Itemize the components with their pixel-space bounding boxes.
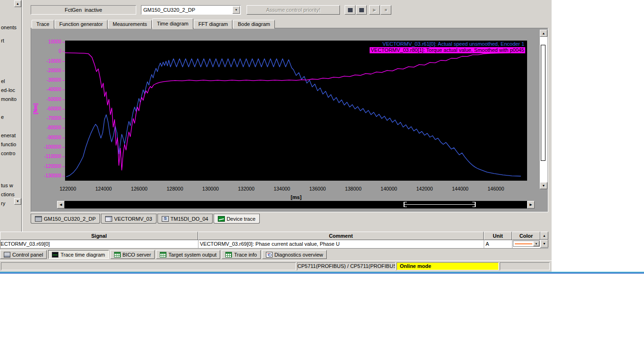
y-axis-tick-mark — [63, 71, 65, 71]
arrow-left-icon: ◀ — [59, 203, 62, 206]
arrow-up-icon: ▲ — [16, 2, 19, 5]
online-mode-badge: Online mode — [396, 262, 499, 270]
x-axis-tick-label: 140000 — [375, 186, 403, 192]
y-axis-tick-label: 0 — [31, 49, 61, 54]
table-scroll-up-button[interactable]: ▲ — [540, 232, 548, 240]
y-axis-tick-mark — [63, 90, 65, 90]
trace-time-range-indicator[interactable] — [404, 202, 476, 207]
status-empty-cell-2 — [500, 262, 550, 270]
hscroll-right-button[interactable]: ▶ — [527, 201, 535, 208]
bottom-tab-trace-time-diagram[interactable]: Trace time diagram — [48, 250, 108, 259]
trace-start-button[interactable]: ▶ — [369, 5, 380, 15]
device-tab-label: Device trace — [227, 216, 256, 222]
series-line-1 — [66, 59, 521, 177]
trace-stop-button[interactable]: ■ — [380, 5, 391, 15]
table-scroll-buttons: ▲ ▼ — [540, 232, 548, 248]
tab-fft-diagram[interactable]: FFT diagram — [194, 20, 233, 29]
bottom-tab-bico-server[interactable]: BICO server — [110, 250, 155, 259]
tab-measurements[interactable]: Measurements — [108, 20, 152, 29]
signal-unit-cell[interactable]: A — [484, 240, 512, 248]
y-axis-tick-label: -40000 — [31, 87, 61, 92]
signal-color-swatch — [515, 243, 532, 244]
icon-drive-unit — [35, 216, 42, 222]
left-tree-fragment: functio — [1, 142, 16, 147]
starter-trace-window: ▲ ▼ onentsrteled-locmonitoeeneratfunctio… — [0, 0, 552, 272]
trace-display-button[interactable] — [356, 5, 367, 15]
y-axis-tick-mark — [63, 157, 65, 157]
bottom-tab-strip: Control panelTrace time diagramBICO serv… — [0, 250, 328, 259]
x-axis-tick-label: 124000 — [90, 186, 118, 192]
x-axis-tick-label: 122000 — [54, 186, 82, 192]
table-row[interactable]: VECTORMV_03.r69[0] VECTORMV_03.r69[0]: P… — [0, 240, 548, 249]
y-axis-tick-label: -110000 — [31, 154, 61, 159]
icon-drive-object — [105, 216, 112, 222]
column-header-signal[interactable]: Signal — [0, 232, 198, 240]
icon-control-panel — [4, 252, 10, 258]
bottom-tab-label: Control panel — [12, 252, 43, 258]
legend-entry[interactable]: VECTORMV_03.r61[0]: Actual speed unsmoot… — [370, 41, 525, 47]
arrow-right-icon: ▶ — [529, 203, 532, 206]
icon-grid-green — [160, 252, 166, 258]
tab-time-diagram[interactable]: Time diagram — [152, 18, 193, 29]
device-tab-label: VECTORMV_03 — [114, 216, 152, 222]
y-axis-tick-mark — [63, 167, 65, 167]
assume-control-priority-button[interactable]: Assume control priority! — [247, 5, 340, 15]
device-tab-gm150-cu320-2-dp[interactable]: GM150_CU320_2_DP — [31, 214, 100, 224]
color-dropdown-button[interactable]: ▼ — [533, 241, 539, 246]
left-tree-fragment: monito — [1, 96, 17, 102]
vscroll-track[interactable]: ▲ ▼ — [540, 30, 547, 189]
vscroll-thumb[interactable] — [541, 45, 545, 161]
signal-color-cell[interactable]: ▼ — [512, 240, 541, 248]
device-tab-tm15di-do-04[interactable]: TM15DI_DO_04 — [157, 214, 213, 224]
left-tree-fragment: onents — [1, 25, 17, 30]
bottom-tab-label: Trace time diagram — [60, 252, 105, 258]
combobox-dropdown-button[interactable]: ▼ — [232, 6, 240, 14]
vscroll-down-button[interactable]: ▼ — [540, 182, 547, 189]
table-scroll-down-button[interactable]: ▼ — [540, 240, 548, 248]
tab-trace[interactable]: Trace — [32, 20, 54, 29]
device-tab-vectormv-03[interactable]: VECTORMV_03 — [101, 214, 157, 224]
bottom-tab-trace-info[interactable]: Trace info — [222, 250, 261, 259]
signal-name-cell[interactable]: VECTORMV_03.r69[0] — [0, 240, 198, 248]
y-axis-tick-mark — [63, 118, 65, 119]
bottom-tab-target-system-output[interactable]: Target system output — [156, 250, 220, 259]
signal-comment-cell[interactable]: VECTORMV_03.r69[0]: Phase current actual… — [198, 240, 484, 248]
y-axis-tick-label: -130000 — [31, 173, 61, 179]
x-axis-tick-label: 130000 — [197, 186, 225, 192]
icon-scope — [52, 252, 58, 258]
device-tab-device-trace[interactable]: Device trace — [214, 214, 260, 224]
hscroll-track[interactable] — [65, 201, 527, 208]
arrow-down-icon: ▼ — [543, 242, 546, 245]
panel-splitter[interactable] — [21, 0, 23, 232]
y-axis-tick-mark — [63, 128, 65, 128]
plot-legend: VECTORMV_03.r61[0]: Actual speed unsmoot… — [370, 41, 525, 53]
legend-entry[interactable]: VECTORMV_03.r80[1]: Torque actual value,… — [370, 47, 525, 53]
column-header-comment[interactable]: Comment — [198, 232, 484, 240]
arrow-up-icon: ▲ — [543, 234, 546, 237]
column-header-color[interactable]: Color — [512, 232, 540, 240]
color-combobox[interactable]: ▼ — [513, 241, 540, 247]
device-combobox[interactable]: GM150_CU320_2_DP ▼ — [141, 5, 241, 15]
bottom-tab-control-panel[interactable]: Control panel — [0, 250, 47, 259]
column-header-unit[interactable]: Unit — [484, 232, 512, 240]
y-axis-tick-mark — [63, 100, 65, 100]
left-tree-fragment: contro — [1, 150, 16, 156]
y-axis-tick-label: -90000 — [31, 135, 61, 141]
trace-settings-button[interactable] — [345, 5, 355, 15]
arrow-down-icon: ▼ — [16, 200, 19, 203]
hscroll-left-button[interactable]: ◀ — [57, 201, 65, 208]
bottom-tab-label: BICO server — [123, 252, 151, 258]
y-axis-tick-mark — [63, 147, 65, 148]
window-bottom-edge — [0, 272, 644, 274]
bottom-tab-diagnostics-overview[interactable]: Diagnostics overview — [262, 250, 327, 259]
tree-scroll-up-button[interactable]: ▲ — [14, 0, 21, 7]
tree-scroll-down-button[interactable]: ▼ — [14, 198, 21, 205]
x-axis-tick-label: 146000 — [482, 186, 510, 192]
tab-bode-diagram[interactable]: Bode diagram — [233, 20, 275, 29]
trace-window-icon — [348, 8, 353, 12]
screen: ▲ ▼ onentsrteled-locmonitoeeneratfunctio… — [0, 0, 644, 350]
tab-function-generator[interactable]: Function generator — [55, 20, 107, 29]
y-axis-tick-mark — [63, 176, 65, 176]
device-tab-label: TM15DI_DO_04 — [171, 216, 208, 222]
vscroll-up-button[interactable]: ▲ — [540, 30, 547, 37]
